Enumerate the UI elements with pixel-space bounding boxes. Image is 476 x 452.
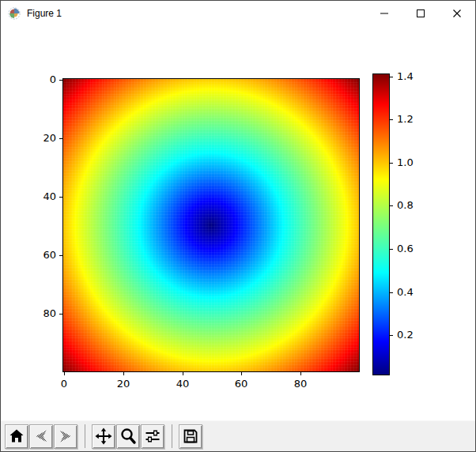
heatmap-axes[interactable] [62,78,360,372]
minimize-icon [380,9,389,18]
colorbar-tick [390,292,393,293]
home-button[interactable] [5,424,28,449]
maximize-button[interactable] [402,1,439,25]
close-icon [452,9,462,18]
figure-canvas[interactable]: 0 20 40 60 80 0 20 40 60 80 1.4 1.2 1.0 … [1,25,475,420]
y-tick-label: 80 [28,307,56,320]
colorbar-tick [390,249,393,250]
x-tick-label: 40 [167,378,198,390]
y-tick [59,80,62,81]
y-tick-label: 60 [28,249,56,262]
window-title: Figure 1 [27,8,62,19]
x-tick [241,372,242,375]
x-tick [123,372,124,375]
y-tick [59,138,62,139]
y-tick [59,314,62,315]
forward-button[interactable] [54,424,77,449]
colorbar-tick [390,163,393,164]
toolbar-separator [85,424,85,448]
close-button[interactable] [439,1,475,25]
home-icon [8,428,25,445]
colorbar [372,73,390,375]
configure-subplots-button[interactable] [141,424,164,449]
x-tick [64,372,65,375]
navigation-toolbar [1,420,475,451]
colorbar-tick-label: 1.0 [397,156,414,169]
colorbar-tick-label: 0.6 [397,243,414,255]
save-floppy-icon [182,428,199,445]
save-button[interactable] [179,424,202,449]
colorbar-tick [390,205,393,206]
zoom-button[interactable] [116,424,140,449]
colorbar-tick [390,119,393,120]
y-tick [59,255,62,256]
y-tick [59,197,62,198]
x-tick [300,372,301,375]
y-tick-label: 40 [28,190,56,203]
colorbar-tick [390,77,393,77]
maximize-icon [416,9,425,18]
figure-window: Figure 1 0 20 40 60 80 [0,0,476,452]
matplotlib-logo-icon [8,7,21,20]
title-bar[interactable]: Figure 1 [1,1,475,25]
toolbar-separator [172,424,172,448]
y-tick-label: 0 [28,73,56,86]
window-controls [366,1,475,25]
x-tick-label: 60 [225,378,257,390]
x-tick [183,372,183,375]
colorbar-tick [390,335,393,336]
minimize-button[interactable] [366,1,402,25]
zoom-magnifier-icon [119,428,137,445]
y-tick-label: 20 [28,132,56,145]
x-tick-label: 80 [285,378,316,390]
heatmap-image [63,79,359,371]
pan-button[interactable] [92,424,115,449]
back-arrow-icon [32,428,50,445]
colorbar-tick-label: 0.8 [397,199,414,212]
sliders-icon [144,428,161,445]
x-tick-label: 20 [108,378,139,390]
forward-arrow-icon [57,428,74,445]
colorbar-tick-label: 0.2 [397,329,414,341]
colorbar-tick-label: 1.2 [397,113,414,126]
pan-arrows-icon [95,428,112,445]
colorbar-tick-label: 0.4 [397,286,414,299]
colorbar-tick-label: 1.4 [397,70,414,83]
back-button[interactable] [29,424,53,449]
x-tick-label: 0 [48,378,80,390]
